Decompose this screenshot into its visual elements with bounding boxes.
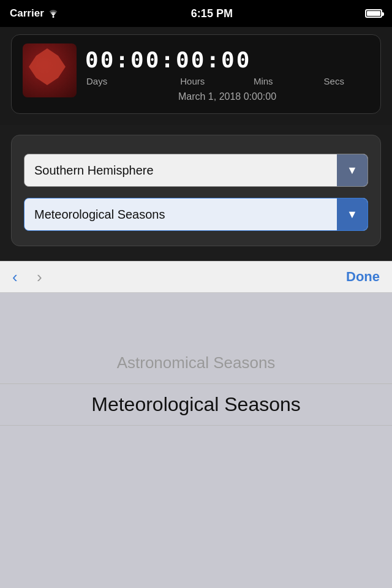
season-type-label: Meteorological Seasons <box>24 208 337 222</box>
countdown-info: 00:00:00:00 Days Hours Mins Secs March 1… <box>85 43 369 102</box>
countdown-card: 00:00:00:00 Days Hours Mins Secs March 1… <box>11 34 381 114</box>
status-time: 6:15 PM <box>191 7 233 20</box>
season-type-arrow[interactable]: ▼ <box>337 198 368 231</box>
done-button[interactable]: Done <box>346 269 380 285</box>
carrier-label: Carrier <box>10 7 44 20</box>
label-mins: Mins <box>228 76 299 86</box>
wifi-icon <box>48 9 59 18</box>
season-type-dropdown[interactable]: Meteorological Seasons ▼ <box>24 198 368 231</box>
battery-icon <box>365 9 382 18</box>
picker-container[interactable]: Astronomical Seasons Meteorological Seas… <box>0 342 392 425</box>
back-button[interactable]: ‹ <box>12 268 37 287</box>
picker-line-bottom <box>0 425 392 426</box>
forward-button[interactable]: › <box>37 268 61 287</box>
countdown-labels: Days Hours Mins Secs <box>85 76 369 86</box>
countdown-numbers: 00:00:00:00 <box>85 43 369 74</box>
label-secs: Secs <box>299 76 370 86</box>
hemisphere-label: Southern Hemisphere <box>24 164 337 178</box>
status-bar: Carrier 6:15 PM <box>0 0 392 27</box>
picker-item-meteorological[interactable]: Meteorological Seasons <box>0 383 392 425</box>
picker-area: Astronomical Seasons Meteorological Seas… <box>0 293 392 425</box>
settings-card: Southern Hemisphere ▼ Meteorological Sea… <box>11 135 381 246</box>
hemisphere-dropdown[interactable]: Southern Hemisphere ▼ <box>24 154 368 187</box>
hemisphere-arrow[interactable]: ▼ <box>337 154 368 187</box>
status-battery <box>365 9 382 18</box>
toolbar: ‹ › Done <box>0 261 392 293</box>
top-section: 00:00:00:00 Days Hours Mins Secs March 1… <box>0 27 392 125</box>
status-carrier: Carrier <box>10 7 59 20</box>
countdown-date: March 1, 2018 0:00:00 <box>85 91 369 102</box>
svg-point-0 <box>52 16 54 18</box>
card-image <box>23 43 77 97</box>
label-hours: Hours <box>157 76 228 86</box>
label-days: Days <box>86 76 157 86</box>
picker-line-top <box>0 383 392 384</box>
leaf-icon <box>29 48 66 85</box>
dark-area: Southern Hemisphere ▼ Meteorological Sea… <box>0 125 392 261</box>
picker-item-astronomical[interactable]: Astronomical Seasons <box>0 342 392 383</box>
